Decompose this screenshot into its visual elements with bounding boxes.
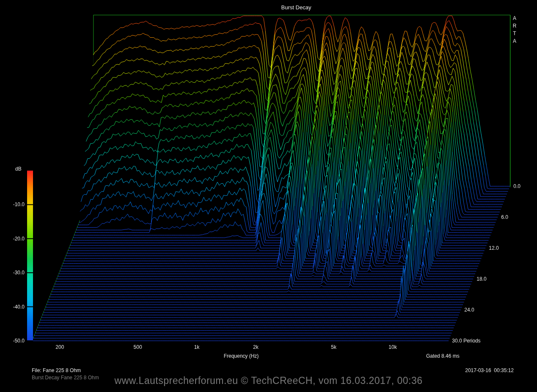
gate-info-label: Gated 8.46 ms xyxy=(426,353,460,359)
waterfall-plot-canvas xyxy=(0,0,537,392)
freq-tick-label: 2k xyxy=(246,344,265,350)
db-tick-label: -10.0 xyxy=(5,202,25,207)
db-axis-label: dB xyxy=(15,166,22,172)
period-tick-label: 24.0 xyxy=(464,307,474,313)
db-tick-label: -30.0 xyxy=(5,270,25,276)
period-tick-label: 12.0 xyxy=(489,245,498,251)
arta-logo: ARTA xyxy=(512,15,518,46)
freq-tick-label: 500 xyxy=(129,344,147,350)
arta-burst-decay-window: Burst Decay ARTA dB -10.0-20.0-30.0-40.0… xyxy=(0,0,537,392)
db-tick-label: -20.0 xyxy=(5,236,25,242)
chart-title: Burst Decay xyxy=(237,4,355,11)
watermark-text: www.Lautsprecherforum.eu © TechCReeCH, v… xyxy=(0,375,537,386)
db-tick-label: -50.0 xyxy=(5,338,25,344)
period-tick-label: 30.0 Periods xyxy=(452,338,480,344)
db-tick-label: -40.0 xyxy=(5,304,25,310)
file-info-line: File: Fane 225 8 Ohm xyxy=(32,367,81,373)
period-tick-label: 18.0 xyxy=(476,276,486,282)
freq-tick-label: 1k xyxy=(187,344,206,350)
freq-tick-label: 5k xyxy=(325,344,343,350)
freq-tick-label: 200 xyxy=(50,344,69,350)
freq-tick-label: 10k xyxy=(383,344,402,350)
timestamp-label: 2017-03-16 00:35:12 xyxy=(465,367,514,373)
freq-axis-label: Frequency (Hz) xyxy=(214,353,269,359)
period-tick-label: 0.0 xyxy=(513,183,520,189)
period-tick-label: 6.0 xyxy=(501,214,508,220)
